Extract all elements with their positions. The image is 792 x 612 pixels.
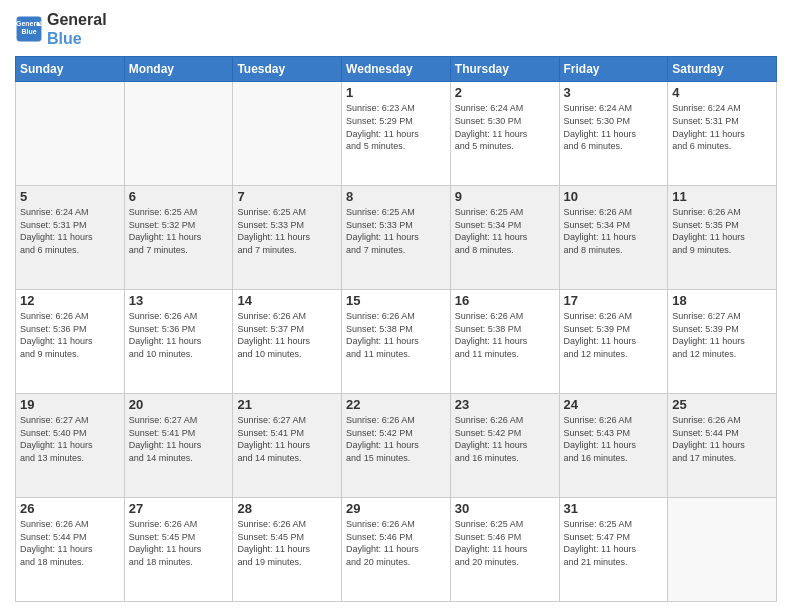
calendar-cell: 3Sunrise: 6:24 AM Sunset: 5:30 PM Daylig… bbox=[559, 82, 668, 186]
calendar-cell bbox=[16, 82, 125, 186]
calendar-cell: 1Sunrise: 6:23 AM Sunset: 5:29 PM Daylig… bbox=[342, 82, 451, 186]
calendar-cell: 14Sunrise: 6:26 AM Sunset: 5:37 PM Dayli… bbox=[233, 290, 342, 394]
day-number: 5 bbox=[20, 189, 120, 204]
day-info: Sunrise: 6:26 AM Sunset: 5:44 PM Dayligh… bbox=[20, 518, 120, 568]
day-number: 16 bbox=[455, 293, 555, 308]
day-number: 22 bbox=[346, 397, 446, 412]
day-info: Sunrise: 6:26 AM Sunset: 5:43 PM Dayligh… bbox=[564, 414, 664, 464]
day-number: 25 bbox=[672, 397, 772, 412]
day-info: Sunrise: 6:27 AM Sunset: 5:41 PM Dayligh… bbox=[129, 414, 229, 464]
calendar-cell: 25Sunrise: 6:26 AM Sunset: 5:44 PM Dayli… bbox=[668, 394, 777, 498]
calendar-cell: 13Sunrise: 6:26 AM Sunset: 5:36 PM Dayli… bbox=[124, 290, 233, 394]
weekday-header-wednesday: Wednesday bbox=[342, 57, 451, 82]
calendar-cell: 15Sunrise: 6:26 AM Sunset: 5:38 PM Dayli… bbox=[342, 290, 451, 394]
calendar-cell: 20Sunrise: 6:27 AM Sunset: 5:41 PM Dayli… bbox=[124, 394, 233, 498]
day-number: 2 bbox=[455, 85, 555, 100]
day-info: Sunrise: 6:26 AM Sunset: 5:42 PM Dayligh… bbox=[455, 414, 555, 464]
day-number: 1 bbox=[346, 85, 446, 100]
calendar-table: SundayMondayTuesdayWednesdayThursdayFrid… bbox=[15, 56, 777, 602]
calendar-cell: 27Sunrise: 6:26 AM Sunset: 5:45 PM Dayli… bbox=[124, 498, 233, 602]
calendar-cell: 9Sunrise: 6:25 AM Sunset: 5:34 PM Daylig… bbox=[450, 186, 559, 290]
weekday-header-saturday: Saturday bbox=[668, 57, 777, 82]
calendar-week-row: 26Sunrise: 6:26 AM Sunset: 5:44 PM Dayli… bbox=[16, 498, 777, 602]
day-number: 18 bbox=[672, 293, 772, 308]
calendar-week-row: 12Sunrise: 6:26 AM Sunset: 5:36 PM Dayli… bbox=[16, 290, 777, 394]
day-info: Sunrise: 6:25 AM Sunset: 5:33 PM Dayligh… bbox=[237, 206, 337, 256]
calendar-cell: 19Sunrise: 6:27 AM Sunset: 5:40 PM Dayli… bbox=[16, 394, 125, 498]
header: General Blue General Blue bbox=[15, 10, 777, 48]
calendar-cell: 23Sunrise: 6:26 AM Sunset: 5:42 PM Dayli… bbox=[450, 394, 559, 498]
weekday-header-friday: Friday bbox=[559, 57, 668, 82]
weekday-header-tuesday: Tuesday bbox=[233, 57, 342, 82]
calendar-cell bbox=[668, 498, 777, 602]
day-info: Sunrise: 6:24 AM Sunset: 5:31 PM Dayligh… bbox=[20, 206, 120, 256]
weekday-header-sunday: Sunday bbox=[16, 57, 125, 82]
calendar-cell: 5Sunrise: 6:24 AM Sunset: 5:31 PM Daylig… bbox=[16, 186, 125, 290]
day-info: Sunrise: 6:26 AM Sunset: 5:39 PM Dayligh… bbox=[564, 310, 664, 360]
day-number: 23 bbox=[455, 397, 555, 412]
day-number: 13 bbox=[129, 293, 229, 308]
day-info: Sunrise: 6:26 AM Sunset: 5:38 PM Dayligh… bbox=[455, 310, 555, 360]
day-info: Sunrise: 6:26 AM Sunset: 5:35 PM Dayligh… bbox=[672, 206, 772, 256]
calendar-cell: 4Sunrise: 6:24 AM Sunset: 5:31 PM Daylig… bbox=[668, 82, 777, 186]
calendar-cell bbox=[233, 82, 342, 186]
day-number: 31 bbox=[564, 501, 664, 516]
day-info: Sunrise: 6:26 AM Sunset: 5:45 PM Dayligh… bbox=[129, 518, 229, 568]
calendar-cell bbox=[124, 82, 233, 186]
day-number: 20 bbox=[129, 397, 229, 412]
day-number: 27 bbox=[129, 501, 229, 516]
day-number: 3 bbox=[564, 85, 664, 100]
day-number: 28 bbox=[237, 501, 337, 516]
day-number: 12 bbox=[20, 293, 120, 308]
day-number: 29 bbox=[346, 501, 446, 516]
page: General Blue General Blue SundayMondayTu… bbox=[0, 0, 792, 612]
day-number: 8 bbox=[346, 189, 446, 204]
day-info: Sunrise: 6:26 AM Sunset: 5:46 PM Dayligh… bbox=[346, 518, 446, 568]
logo: General Blue General Blue bbox=[15, 10, 107, 48]
calendar-cell: 31Sunrise: 6:25 AM Sunset: 5:47 PM Dayli… bbox=[559, 498, 668, 602]
day-number: 10 bbox=[564, 189, 664, 204]
calendar-cell: 18Sunrise: 6:27 AM Sunset: 5:39 PM Dayli… bbox=[668, 290, 777, 394]
calendar-cell: 6Sunrise: 6:25 AM Sunset: 5:32 PM Daylig… bbox=[124, 186, 233, 290]
calendar-cell: 11Sunrise: 6:26 AM Sunset: 5:35 PM Dayli… bbox=[668, 186, 777, 290]
day-info: Sunrise: 6:26 AM Sunset: 5:36 PM Dayligh… bbox=[129, 310, 229, 360]
day-info: Sunrise: 6:25 AM Sunset: 5:33 PM Dayligh… bbox=[346, 206, 446, 256]
day-number: 17 bbox=[564, 293, 664, 308]
calendar-week-row: 5Sunrise: 6:24 AM Sunset: 5:31 PM Daylig… bbox=[16, 186, 777, 290]
weekday-header-thursday: Thursday bbox=[450, 57, 559, 82]
calendar-cell: 17Sunrise: 6:26 AM Sunset: 5:39 PM Dayli… bbox=[559, 290, 668, 394]
calendar-week-row: 1Sunrise: 6:23 AM Sunset: 5:29 PM Daylig… bbox=[16, 82, 777, 186]
day-info: Sunrise: 6:25 AM Sunset: 5:34 PM Dayligh… bbox=[455, 206, 555, 256]
day-number: 7 bbox=[237, 189, 337, 204]
day-info: Sunrise: 6:27 AM Sunset: 5:39 PM Dayligh… bbox=[672, 310, 772, 360]
calendar-cell: 26Sunrise: 6:26 AM Sunset: 5:44 PM Dayli… bbox=[16, 498, 125, 602]
calendar-cell: 24Sunrise: 6:26 AM Sunset: 5:43 PM Dayli… bbox=[559, 394, 668, 498]
calendar-cell: 10Sunrise: 6:26 AM Sunset: 5:34 PM Dayli… bbox=[559, 186, 668, 290]
day-info: Sunrise: 6:25 AM Sunset: 5:46 PM Dayligh… bbox=[455, 518, 555, 568]
calendar-cell: 22Sunrise: 6:26 AM Sunset: 5:42 PM Dayli… bbox=[342, 394, 451, 498]
day-number: 24 bbox=[564, 397, 664, 412]
day-number: 4 bbox=[672, 85, 772, 100]
day-info: Sunrise: 6:26 AM Sunset: 5:37 PM Dayligh… bbox=[237, 310, 337, 360]
day-info: Sunrise: 6:23 AM Sunset: 5:29 PM Dayligh… bbox=[346, 102, 446, 152]
day-info: Sunrise: 6:24 AM Sunset: 5:30 PM Dayligh… bbox=[564, 102, 664, 152]
calendar-cell: 12Sunrise: 6:26 AM Sunset: 5:36 PM Dayli… bbox=[16, 290, 125, 394]
day-number: 15 bbox=[346, 293, 446, 308]
day-number: 19 bbox=[20, 397, 120, 412]
logo-text: General Blue bbox=[47, 10, 107, 48]
day-info: Sunrise: 6:26 AM Sunset: 5:34 PM Dayligh… bbox=[564, 206, 664, 256]
calendar-week-row: 19Sunrise: 6:27 AM Sunset: 5:40 PM Dayli… bbox=[16, 394, 777, 498]
day-info: Sunrise: 6:26 AM Sunset: 5:38 PM Dayligh… bbox=[346, 310, 446, 360]
calendar-cell: 7Sunrise: 6:25 AM Sunset: 5:33 PM Daylig… bbox=[233, 186, 342, 290]
day-info: Sunrise: 6:26 AM Sunset: 5:44 PM Dayligh… bbox=[672, 414, 772, 464]
day-number: 6 bbox=[129, 189, 229, 204]
day-info: Sunrise: 6:25 AM Sunset: 5:32 PM Dayligh… bbox=[129, 206, 229, 256]
day-info: Sunrise: 6:27 AM Sunset: 5:40 PM Dayligh… bbox=[20, 414, 120, 464]
calendar-header-row: SundayMondayTuesdayWednesdayThursdayFrid… bbox=[16, 57, 777, 82]
calendar-cell: 16Sunrise: 6:26 AM Sunset: 5:38 PM Dayli… bbox=[450, 290, 559, 394]
day-info: Sunrise: 6:25 AM Sunset: 5:47 PM Dayligh… bbox=[564, 518, 664, 568]
calendar-cell: 30Sunrise: 6:25 AM Sunset: 5:46 PM Dayli… bbox=[450, 498, 559, 602]
day-info: Sunrise: 6:26 AM Sunset: 5:36 PM Dayligh… bbox=[20, 310, 120, 360]
calendar-cell: 21Sunrise: 6:27 AM Sunset: 5:41 PM Dayli… bbox=[233, 394, 342, 498]
day-number: 30 bbox=[455, 501, 555, 516]
